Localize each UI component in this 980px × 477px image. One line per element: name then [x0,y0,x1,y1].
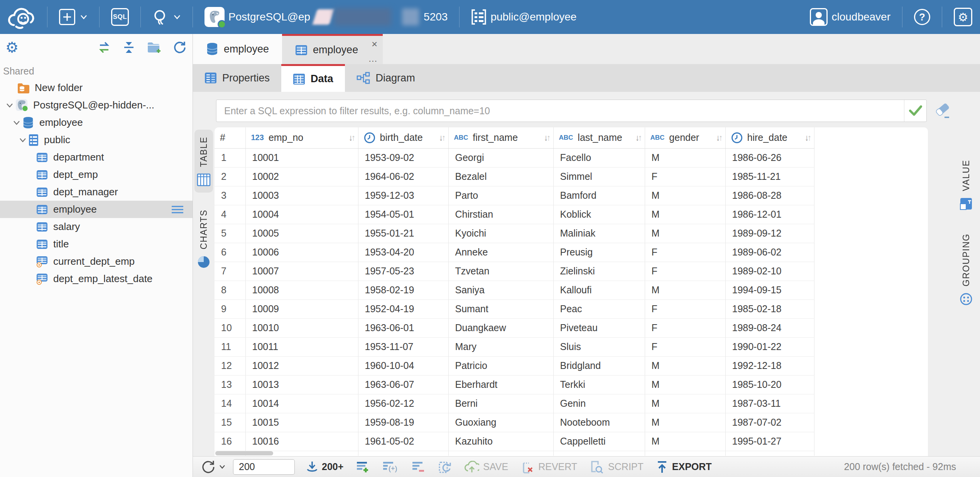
cell[interactable]: Nooteboom [553,413,645,432]
cell[interactable]: 10011 [245,337,358,356]
row-number[interactable]: 15 [215,413,245,432]
cell[interactable]: 1954-05-01 [358,205,448,224]
cell[interactable]: M [645,205,725,224]
column-header-hire_date[interactable]: hire_date↓↑ [725,127,814,148]
cell[interactable]: 10008 [245,281,358,299]
save-button[interactable]: SAVE [458,457,514,477]
tree-item-current-dept-emp[interactable]: current_dept_emp [0,253,193,270]
cell[interactable]: 1985-10-20 [725,375,814,394]
row-number[interactable]: 3 [215,186,245,205]
cell[interactable]: 10001 [245,148,358,167]
cell[interactable]: Mary [448,337,553,356]
table-row[interactable]: 16100161961-05-02KazuhitoCappellettiM199… [215,432,814,451]
cell[interactable]: Georgi [448,148,553,167]
cell[interactable]: 1986-06-26 [725,148,814,167]
cell[interactable]: 1960-10-04 [358,356,448,375]
sort-arrows-icon[interactable]: ↓↑ [716,133,725,143]
row-number[interactable]: 13 [215,375,245,394]
script-button[interactable]: SCRIPT [583,457,650,477]
tab-object-employee[interactable]: employee [193,34,282,64]
export-button[interactable]: EXPORT [650,457,718,477]
tree-item-dept-emp-latest-date[interactable]: dept_emp_latest_date [0,270,193,288]
table-row[interactable]: 14100141956-02-12BerniGeninM1987-03-11 [215,394,814,413]
cell[interactable]: 1987-03-11 [725,394,814,413]
user-menu[interactable]: cloudbeaver [801,0,900,34]
subtab-diagram[interactable]: Diagram [345,64,427,92]
delete-row-button[interactable] [405,457,431,477]
tree-item-postgresql-ep-hidden-[interactable]: PostgreSQL@ep-hidden-... [0,96,193,114]
cell[interactable]: M [645,186,725,205]
cell[interactable]: 1987-07-02 [725,413,814,432]
tree-item-title[interactable]: title [0,235,193,253]
table-row[interactable]: 7100071957-05-23TzvetanZielinskiF1989-02… [215,262,814,281]
cell[interactable]: Anneke [448,243,553,262]
apply-filter-button[interactable] [904,100,926,122]
row-number[interactable]: 6 [215,243,245,262]
row-number[interactable]: 12 [215,356,245,375]
fetch-size-input[interactable] [233,459,295,475]
new-folder-button[interactable] [147,41,162,54]
cell[interactable]: 1985-02-18 [725,299,814,318]
cell[interactable]: Bezalel [448,167,553,186]
table-row[interactable]: 4100041954-05-01ChirstianKoblickM1986-12… [215,205,814,224]
cell[interactable]: Eberhardt [448,375,553,394]
cell[interactable]: Simmel [553,167,645,186]
row-number[interactable]: 4 [215,205,245,224]
table-row[interactable]: 15100151959-08-19GuoxiangNooteboomM1987-… [215,413,814,432]
subtab-properties[interactable]: Properties [193,64,281,92]
column-header-gender[interactable]: ABCgender↓↑ [645,127,725,148]
row-number[interactable]: 11 [215,337,245,356]
cell[interactable]: 1989-06-02 [725,243,814,262]
cell[interactable]: Koblick [553,205,645,224]
cell[interactable]: 1957-05-23 [358,262,448,281]
cell[interactable]: 1955-01-21 [358,224,448,243]
close-icon[interactable]: × [372,39,377,49]
cell[interactable]: 1963-06-01 [358,318,448,337]
cell[interactable]: Sluis [553,337,645,356]
cell[interactable]: 1989-08-24 [725,318,814,337]
cell[interactable]: Saniya [448,281,553,299]
column-header-birth_date[interactable]: birth_date↓↑ [358,127,448,148]
revert-button[interactable]: REVERT [514,457,583,477]
schema-selector[interactable]: public@employee [462,0,586,34]
cell[interactable]: 1994-09-15 [725,281,814,299]
tree-item-new-folder[interactable]: New folder [0,79,193,96]
cell[interactable]: 10010 [245,318,358,337]
row-number[interactable]: 5 [215,224,245,243]
tree-item-employee[interactable]: employee [0,114,193,131]
cell[interactable]: M [645,148,725,167]
connection-selector[interactable]: PostgreSQL@ep 5203 [195,0,457,34]
cell[interactable]: Guoxiang [448,413,553,432]
cell[interactable]: 1989-02-10 [725,262,814,281]
cell[interactable]: Cappelletti [553,432,645,451]
row-number-header[interactable]: # [215,127,245,148]
cell[interactable]: Piveteau [553,318,645,337]
sql-editor-button[interactable]: SQL [102,0,138,34]
cell[interactable]: 1961-05-02 [358,432,448,451]
tree-item-public[interactable]: public [0,131,193,149]
cell[interactable]: 1952-04-19 [358,299,448,318]
cell[interactable]: M [645,413,725,432]
tree-item-department[interactable]: department [0,149,193,166]
cell[interactable]: F [645,262,725,281]
cell[interactable]: Kazuhito [448,432,553,451]
cell[interactable]: 10003 [245,186,358,205]
cell[interactable]: 1956-02-12 [358,394,448,413]
column-header-last_name[interactable]: ABClast_name↓↑ [553,127,645,148]
row-number[interactable]: 2 [215,167,245,186]
side-tab-table[interactable]: TABLE [194,130,213,193]
cell[interactable]: Bamford [553,186,645,205]
cell[interactable]: 10004 [245,205,358,224]
link-to-editor-button[interactable] [98,42,111,53]
table-row[interactable]: 11100111953-11-07MarySluisF1990-01-22 [215,337,814,356]
cell[interactable]: Preusig [553,243,645,262]
cell[interactable]: Terkki [553,375,645,394]
column-header-emp_no[interactable]: 123emp_no↓↑ [245,127,358,148]
cell[interactable]: Maliniak [553,224,645,243]
cell[interactable]: 1953-11-07 [358,337,448,356]
cell[interactable]: 10013 [245,375,358,394]
cloudbeaver-logo[interactable] [0,0,45,34]
cell[interactable]: 1959-12-03 [358,186,448,205]
row-number[interactable]: 1 [215,148,245,167]
cell[interactable]: 1953-04-20 [358,243,448,262]
